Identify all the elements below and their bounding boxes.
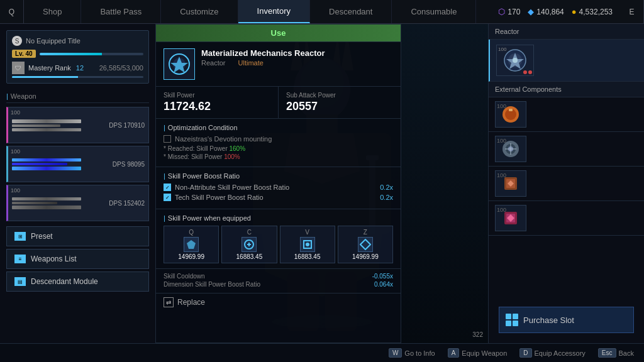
list-icon: ≡: [14, 255, 26, 263]
tab-descendant[interactable]: Descendant: [310, 0, 392, 23]
boost-value-tech: 0.2x: [380, 194, 393, 201]
weapon-item[interactable]: 100 DPS 98095: [6, 146, 149, 182]
svg-marker-19: [187, 240, 196, 249]
left-nav-icon[interactable]: Q: [0, 0, 24, 24]
reactor-item[interactable]: 100: [489, 40, 644, 82]
svg-marker-18: [170, 57, 188, 73]
skill-power-equipped-section: Skill Power when equipped Q 14969.99 C 1…: [156, 209, 401, 269]
weapons-list-button[interactable]: ≡ Weapons List: [6, 249, 149, 269]
skill-icon-v: [300, 237, 315, 252]
tab-battlepass[interactable]: Battle Pass: [81, 0, 161, 23]
weapon-item[interactable]: 100 DPS 152402: [6, 185, 149, 221]
purchase-icon: [506, 314, 518, 326]
opt-reached-note: * Reached: Skill Power 160%: [164, 145, 393, 152]
weapon-dps: DPS 152402: [109, 200, 145, 207]
item-count: 322: [472, 331, 483, 338]
replace-icon: ⇄: [164, 297, 174, 307]
skill-icon-q: [184, 237, 199, 252]
weapon-item[interactable]: 100 DPS 170910: [6, 107, 149, 143]
item-icon: [164, 48, 195, 80]
boost-ratio-title: Skill Power Boost Ratio: [164, 172, 393, 180]
skill-key-z: Z: [341, 229, 390, 236]
module-icon: ▤: [14, 277, 26, 286]
preset-button[interactable]: ⊞ Preset: [6, 226, 149, 246]
skill-value-c: 16883.45: [225, 253, 274, 260]
weapon-level: 100: [11, 187, 20, 194]
skill-power-label: Skill Power: [164, 92, 270, 99]
skill-cell-z: Z 14969.99: [338, 226, 393, 263]
descendant-module-button[interactable]: ▤ Descendant Module: [6, 272, 149, 292]
boost-row-nonattr: ✓ Non-Attribute Skill Power Boost Ratio …: [164, 184, 393, 191]
skill-key-c: C: [225, 229, 274, 236]
use-button[interactable]: Use: [156, 25, 401, 42]
rarity-dot-2: [528, 70, 532, 74]
item-info: Materialized Mechanics Reactor Reactor U…: [201, 48, 325, 67]
optimization-title: Optimization Condition: [164, 124, 393, 131]
skill-icon-z: [358, 237, 373, 252]
purchase-slot-label: Purchase Slot: [523, 315, 574, 325]
checkbox-tech[interactable]: ✓: [164, 194, 171, 201]
rarity-dot-1: [523, 70, 527, 74]
dimension-row: Dimension Skill Power Boost Ratio 0.064x: [164, 281, 393, 288]
ext-thumbnail-1: 100: [495, 101, 526, 128]
replace-button[interactable]: ⇄ Replace: [156, 293, 401, 311]
sub-attack-value: 20557: [286, 100, 393, 113]
ext-components-title: External Components: [489, 82, 644, 97]
ext-component-4[interactable]: 100: [489, 201, 644, 236]
reactor-badge: 100: [498, 47, 506, 52]
currency-gold: ● 4,532,253: [572, 7, 613, 16]
detail-header: Materialized Mechanics Reactor Reactor U…: [156, 42, 401, 87]
svg-marker-23: [360, 239, 370, 250]
currency-area: ⬡ 170 ◆ 140,864 ● 4,532,253: [491, 7, 620, 16]
hint-back: Esc Back: [598, 348, 634, 358]
tab-inventory[interactable]: Inventory: [238, 0, 310, 23]
steam-icon: S: [12, 36, 22, 46]
skill-value-v: 16883.45: [283, 253, 332, 260]
detail-stats: Skill Power 11724.62 Sub Attack Power 20…: [156, 87, 401, 119]
mastery-xp: 26,585/53,000: [99, 64, 143, 72]
skill-power-value: 11724.62: [164, 100, 270, 113]
right-nav-icon[interactable]: E: [620, 0, 644, 24]
key-d: D: [519, 348, 531, 358]
weapon-section-label: Weapon: [6, 89, 149, 103]
opt-condition-item: Nazeistras's Devotion mounting: [164, 135, 393, 143]
weapon-dps: DPS 98095: [113, 161, 145, 168]
boost-row-tech: ✓ Tech Skill Power Boost Ratio 0.2x: [164, 194, 393, 201]
hint-go-to-info: W Go to Info: [389, 348, 435, 358]
purchase-slot-button[interactable]: Purchase Slot: [499, 307, 634, 333]
ext-thumbnail-2: 100: [495, 136, 526, 162]
item-name: Materialized Mechanics Reactor: [201, 48, 325, 58]
currency-premium: ⬡ 170: [498, 7, 520, 16]
tab-customize[interactable]: Customize: [161, 0, 238, 23]
tab-shop[interactable]: Shop: [24, 0, 81, 23]
item-subtitle: Reactor Ultimate: [201, 59, 325, 67]
dimension-value: 0.064x: [374, 281, 393, 288]
checkbox-nazeistras[interactable]: [164, 135, 171, 143]
level-bar-fill: [40, 53, 102, 55]
ext-component-1[interactable]: 100: [489, 97, 644, 132]
sub-attack-label: Sub Attack Power: [286, 92, 393, 99]
item-rarity-label: Ultimate: [238, 59, 264, 67]
left-panel: S No Equipped Title Lv. 40 🛡 Mastery Ran…: [0, 24, 156, 343]
skill-cell-c: C 16883.45: [221, 226, 277, 263]
cooldown-value: -0.055x: [372, 273, 393, 280]
opt-missed-note: * Missed: Skill Power 100%: [164, 153, 393, 160]
player-header: S No Equipped Title Lv. 40 🛡 Mastery Ran…: [6, 30, 149, 84]
reactor-thumbnail: 100: [496, 45, 534, 76]
ext-component-2[interactable]: 100: [489, 132, 644, 167]
ext-thumbnail-3: 100: [495, 170, 526, 197]
bottom-bar: W Go to Info A Equip Weapon D Equip Acce…: [0, 343, 644, 362]
optimization-section: Optimization Condition Nazeistras's Devo…: [156, 119, 401, 167]
weapon-thumbnail: [12, 151, 81, 177]
svg-rect-35: [510, 143, 511, 155]
level-bar: [40, 53, 143, 55]
level-badge: Lv. 40: [12, 50, 36, 58]
checkbox-nonattr[interactable]: ✓: [164, 184, 171, 191]
preset-icon: ⊞: [14, 232, 26, 241]
mastery-bar-fill: [12, 76, 78, 78]
skill-cell-q: Q 14969.99: [164, 226, 219, 263]
ext-component-3[interactable]: 100: [489, 167, 644, 201]
skill-power-stat: Skill Power 11724.62: [156, 87, 279, 118]
tab-consumable[interactable]: Consumable: [392, 0, 476, 23]
mastery-rank: 12: [76, 64, 84, 72]
